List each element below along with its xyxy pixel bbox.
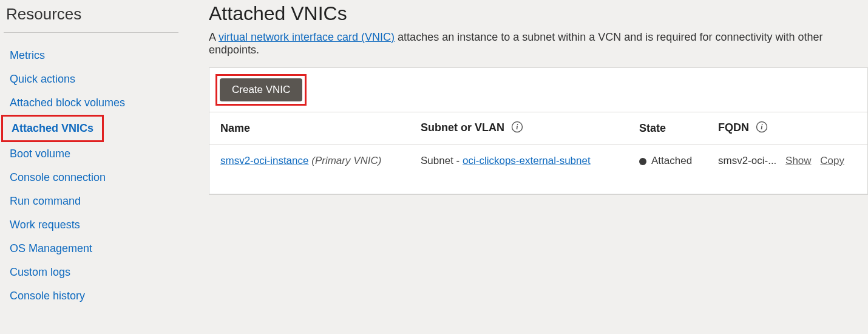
sidebar-list: Metrics Quick actions Attached block vol… (4, 44, 178, 308)
sidebar-item-run-command[interactable]: Run command (1, 189, 89, 213)
sidebar-item-work-requests[interactable]: Work requests (1, 213, 89, 237)
vnic-panel: Create VNIC Name Subnet or VLAN i State (209, 67, 868, 195)
sidebar-item-console-history[interactable]: Console history (1, 284, 93, 308)
vnic-doc-link[interactable]: virtual network interface card (VNIC) (219, 31, 395, 43)
sidebar-item-boot-volume[interactable]: Boot volume (1, 142, 79, 166)
sidebar-item-metrics[interactable]: Metrics (1, 44, 53, 67)
col-header-state: State (628, 112, 707, 145)
vnic-table: Name Subnet or VLAN i State FQDN i (209, 112, 867, 194)
cell-subnet: Subnet - oci-clickops-external-subnet (410, 145, 628, 194)
state-dot-icon (639, 158, 646, 165)
fqdn-show-link[interactable]: Show (785, 155, 812, 166)
cell-fqdn: smsv2-oci-... Show Copy (707, 145, 867, 194)
sidebar-item-highlight: Attached VNICs (1, 115, 104, 142)
main-content: Attached VNICs A virtual network interfa… (182, 0, 868, 334)
desc-prefix: A (209, 31, 219, 43)
sidebar-item-os-management[interactable]: OS Management (1, 237, 101, 261)
sidebar-title: Resources (4, 0, 178, 33)
state-text: Attached (651, 155, 692, 166)
fqdn-truncated: smsv2-oci-... (718, 155, 776, 166)
table-header-row: Name Subnet or VLAN i State FQDN i (209, 112, 867, 145)
svg-text:i: i (761, 123, 763, 131)
vnic-name-suffix: (Primary VNIC) (311, 155, 381, 166)
create-vnic-highlight: Create VNIC (215, 74, 307, 106)
fqdn-copy-link[interactable]: Copy (820, 155, 844, 166)
vnic-toolbar: Create VNIC (209, 68, 867, 112)
vnic-name-link[interactable]: smsv2-oci-instance (220, 155, 309, 166)
sidebar-item-attached-vnics[interactable]: Attached VNICs (3, 117, 102, 140)
cell-state: Attached (628, 145, 707, 194)
create-vnic-button[interactable]: Create VNIC (220, 78, 302, 101)
info-icon[interactable]: i (511, 121, 523, 136)
svg-text:i: i (516, 123, 518, 131)
page-title: Attached VNICs (209, 2, 868, 25)
sidebar-item-custom-logs[interactable]: Custom logs (1, 261, 79, 284)
table-row: smsv2-oci-instance (Primary VNIC) Subnet… (209, 145, 867, 194)
cell-name: smsv2-oci-instance (Primary VNIC) (209, 145, 410, 194)
col-header-name: Name (209, 112, 410, 145)
col-header-subnet: Subnet or VLAN i (410, 112, 628, 145)
page-description: A virtual network interface card (VNIC) … (209, 31, 868, 56)
subnet-prefix: Subnet - (421, 155, 463, 166)
sidebar-item-attached-block-volumes[interactable]: Attached block volumes (1, 91, 134, 115)
subnet-link[interactable]: oci-clickops-external-subnet (463, 155, 591, 166)
info-icon[interactable]: i (756, 121, 768, 136)
sidebar-item-console-connection[interactable]: Console connection (1, 166, 114, 189)
sidebar-item-quick-actions[interactable]: Quick actions (1, 67, 84, 91)
col-header-fqdn: FQDN i (707, 112, 867, 145)
sidebar: Resources Metrics Quick actions Attached… (0, 0, 182, 334)
